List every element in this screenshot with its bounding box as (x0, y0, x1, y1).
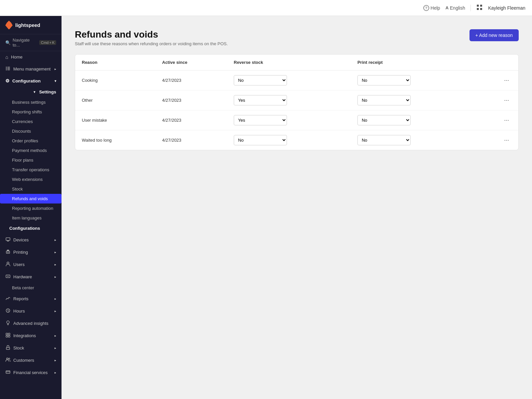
sidebar-item-printing[interactable]: Printing (0, 246, 62, 258)
sidebar-item-stock[interactable]: Stock (0, 184, 62, 194)
sidebar-item-configuration[interactable]: ⚙ Configuration (0, 75, 62, 86)
sidebar-item-integrations[interactable]: Integrations (0, 330, 62, 342)
sidebar-item-currencies[interactable]: Currencies (0, 117, 62, 126)
cell-reverse-stock: NoYes (227, 70, 351, 90)
customers-icon (5, 357, 11, 363)
add-new-reason-button[interactable]: + Add new reason (469, 29, 519, 41)
more-actions-button[interactable]: ··· (501, 95, 512, 105)
sidebar-item-hardware[interactable]: Hardware (0, 271, 62, 283)
help-label: Help (431, 5, 440, 11)
cell-print-receipt: NoYes (351, 130, 474, 150)
print-receipt-select[interactable]: NoYes (357, 75, 411, 85)
col-active-since: Active since (156, 55, 227, 70)
print-receipt-select[interactable]: NoYes (357, 95, 411, 105)
reverse-stock-select[interactable]: NoYes (234, 115, 287, 125)
home-icon: ⌂ (5, 54, 8, 60)
cell-actions: ··· (474, 130, 518, 150)
chevron-right-icon (55, 334, 56, 337)
col-reverse-stock: Reverse stock (227, 55, 351, 70)
more-actions-button[interactable]: ··· (501, 135, 512, 145)
more-actions-button[interactable]: ··· (501, 75, 512, 85)
sidebar-item-hours[interactable]: Hours (0, 305, 62, 317)
sidebar-item-settings[interactable]: Settings (0, 86, 62, 97)
sidebar-item-label: Settings (39, 89, 56, 94)
cell-active-since: 4/27/2023 (156, 70, 227, 90)
sidebar: lightspeed 🔍 Navigate to... Cmd + K ⌂ Ho… (0, 16, 62, 399)
sidebar-item-customers[interactable]: Customers (0, 354, 62, 366)
reverse-stock-select[interactable]: NoYes (234, 95, 287, 105)
reverse-stock-select[interactable]: NoYes (234, 75, 287, 85)
sidebar-item-financial-services[interactable]: Financial services (0, 366, 62, 379)
svg-rect-1 (480, 5, 482, 7)
apps-button[interactable] (476, 4, 483, 12)
cell-reason: Waited too long (75, 130, 156, 150)
page-title-area: Refunds and voids Staff will use these r… (75, 29, 228, 46)
sidebar-item-reporting-shifts[interactable]: Reporting shifts (0, 107, 62, 117)
sidebar-item-floor-plans[interactable]: Floor plans (0, 155, 62, 165)
sidebar-item-menu-management[interactable]: Menu management (0, 63, 62, 75)
table-row: Cooking4/27/2023NoYesNoYes··· (75, 70, 518, 90)
language-selector[interactable]: A English (446, 5, 465, 11)
chevron-down-icon (34, 90, 35, 94)
sidebar-item-devices[interactable]: Devices (0, 234, 62, 246)
sidebar-item-label: Printing (13, 250, 28, 255)
print-icon (5, 249, 11, 255)
sidebar-item-payment-methods[interactable]: Payment methods (0, 146, 62, 155)
chevron-right-icon (55, 238, 56, 242)
chevron-right-icon (55, 67, 56, 71)
cell-reason: User mistake (75, 110, 156, 130)
keyboard-hint: Cmd + K (39, 40, 56, 45)
sidebar-item-item-languages[interactable]: Item languages (0, 213, 62, 223)
table-row: User mistake4/27/2023NoYesNoYes··· (75, 110, 518, 130)
sidebar-item-order-profiles[interactable]: Order profiles (0, 136, 62, 146)
cell-reason: Other (75, 90, 156, 110)
chevron-right-icon (55, 346, 56, 350)
svg-rect-17 (7, 276, 9, 277)
svg-rect-13 (7, 250, 9, 251)
sidebar-item-label: Users (13, 262, 25, 267)
svg-point-19 (7, 321, 9, 324)
help-button[interactable]: ? Help (423, 5, 440, 11)
chevron-right-icon (55, 371, 56, 374)
flame-icon (5, 21, 13, 29)
table-row: Other4/27/2023NoYesNoYes··· (75, 90, 518, 110)
cell-print-receipt: NoYes (351, 90, 474, 110)
cell-reverse-stock: NoYes (227, 110, 351, 130)
sidebar-item-label: Customers (13, 358, 34, 363)
svg-rect-14 (7, 252, 9, 253)
sidebar-item-label: Stock (13, 345, 24, 350)
sidebar-item-reporting-automation[interactable]: Reporting automation (0, 203, 62, 213)
sidebar-item-label: Devices (13, 237, 29, 242)
sidebar-item-reports[interactable]: Reports (0, 293, 62, 305)
reverse-stock-select[interactable]: NoYes (234, 135, 287, 145)
more-actions-button[interactable]: ··· (501, 115, 512, 125)
sidebar-item-business-settings[interactable]: Business settings (0, 97, 62, 107)
col-print-receipt: Print receipt (351, 55, 474, 70)
sidebar-item-discounts[interactable]: Discounts (0, 126, 62, 136)
sidebar-item-stock-main[interactable]: Stock (0, 342, 62, 354)
sidebar-item-users[interactable]: Users (0, 258, 62, 271)
sidebar-item-home[interactable]: ⌂ Home (0, 51, 62, 63)
question-icon: ? (423, 5, 429, 11)
sidebar-item-refunds-and-voids[interactable]: Refunds and voids (0, 194, 62, 203)
sidebar-item-beta-center[interactable]: Beta center (0, 283, 62, 293)
cell-actions: ··· (474, 90, 518, 110)
print-receipt-select[interactable]: NoYes (357, 135, 411, 145)
svg-rect-2 (477, 8, 479, 10)
cell-print-receipt: NoYes (351, 110, 474, 130)
sidebar-item-configurations[interactable]: Configurations (0, 223, 62, 234)
navigate-button[interactable]: 🔍 Navigate to... Cmd + K (0, 34, 62, 51)
gear-icon: ⚙ (5, 78, 10, 83)
cell-active-since: 4/27/2023 (156, 130, 227, 150)
sidebar-item-advanced-insights[interactable]: Advanced insights (0, 317, 62, 330)
print-receipt-select[interactable]: NoYes (357, 115, 411, 125)
page-title: Refunds and voids (75, 29, 228, 40)
sidebar-item-label: Financial services (13, 370, 48, 375)
cell-actions: ··· (474, 70, 518, 90)
sidebar-item-label: Home (11, 55, 23, 60)
svg-rect-20 (6, 333, 8, 335)
svg-point-8 (6, 69, 7, 70)
sidebar-item-transfer-operations[interactable]: Transfer operations (0, 165, 62, 175)
refunds-table-card: Reason Active since Reverse stock Print … (75, 54, 519, 150)
sidebar-item-web-extensions[interactable]: Web extensions (0, 175, 62, 184)
